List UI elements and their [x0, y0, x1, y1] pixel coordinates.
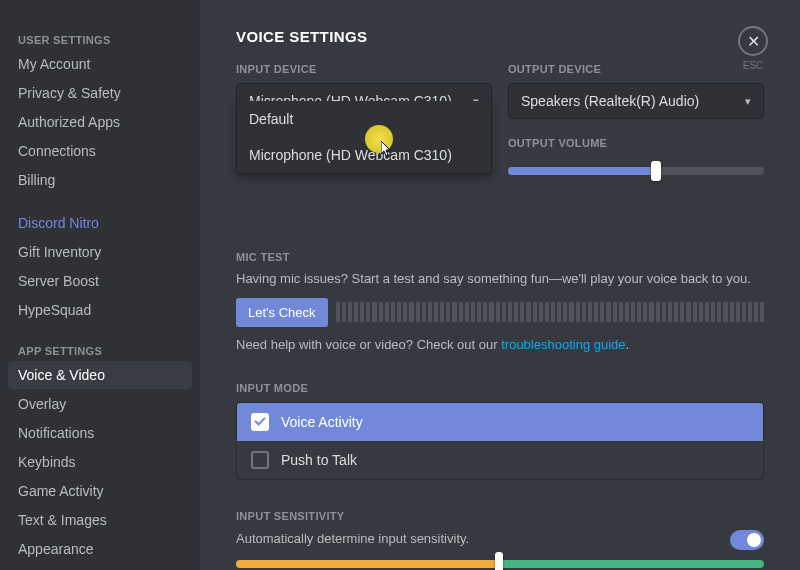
close-icon: ✕ — [747, 32, 760, 51]
sidebar-item-gift-inventory[interactable]: Gift Inventory — [8, 238, 192, 266]
lets-check-button[interactable]: Let's Check — [236, 298, 328, 327]
output-volume-label: OUTPUT VOLUME — [508, 137, 764, 149]
sidebar-item-voice-video[interactable]: Voice & Video — [8, 361, 192, 389]
sidebar-item-nitro[interactable]: Discord Nitro — [8, 209, 192, 237]
sidebar-item-billing[interactable]: Billing — [8, 166, 192, 194]
input-mode-push-to-talk[interactable]: Push to Talk — [237, 441, 763, 479]
sidebar-item-notifications[interactable]: Notifications — [8, 419, 192, 447]
input-mode-label: INPUT MODE — [236, 382, 764, 394]
sensitivity-slider[interactable] — [236, 560, 764, 568]
auto-sensitivity-text: Automatically determine input sensitivit… — [236, 531, 469, 548]
sidebar-item-appearance[interactable]: Appearance — [8, 535, 192, 563]
sidebar-item-server-boost[interactable]: Server Boost — [8, 267, 192, 295]
mic-meter — [336, 302, 764, 322]
input-sensitivity-label: INPUT SENSITIVITY — [236, 510, 764, 522]
sidebar-item-privacy[interactable]: Privacy & Safety — [8, 79, 192, 107]
main-content: ✕ ESC VOICE SETTINGS INPUT DEVICE Microp… — [200, 0, 800, 570]
auto-sensitivity-toggle[interactable] — [730, 530, 764, 550]
voice-settings-title: VOICE SETTINGS — [236, 28, 764, 45]
sidebar-heading-user: USER SETTINGS — [8, 28, 192, 50]
sidebar-item-authorized-apps[interactable]: Authorized Apps — [8, 108, 192, 136]
input-mode-voice-activity[interactable]: Voice Activity — [237, 403, 763, 441]
mic-test-desc: Having mic issues? Start a test and say … — [236, 271, 764, 288]
sidebar-item-connections[interactable]: Connections — [8, 137, 192, 165]
output-device-select[interactable]: Speakers (Realtek(R) Audio) ▾ — [508, 83, 764, 119]
dropdown-option-default[interactable]: Default — [237, 101, 491, 137]
sidebar-item-keybinds[interactable]: Keybinds — [8, 448, 192, 476]
sidebar-item-game-activity[interactable]: Game Activity — [8, 477, 192, 505]
troubleshooting-link[interactable]: troubleshooting guide — [501, 337, 625, 352]
output-volume-slider[interactable] — [508, 167, 764, 175]
input-device-label: INPUT DEVICE — [236, 63, 492, 75]
sidebar-item-hypesquad[interactable]: HypeSquad — [8, 296, 192, 324]
chevron-down-icon: ▾ — [745, 95, 751, 108]
sidebar-item-streamer-mode[interactable]: Streamer Mode — [8, 564, 192, 570]
mic-test-label: MIC TEST — [236, 251, 764, 263]
output-device-label: OUTPUT DEVICE — [508, 63, 764, 75]
sidebar: USER SETTINGS My Account Privacy & Safet… — [0, 0, 200, 570]
dropdown-option-mic[interactable]: Microphone (HD Webcam C310) — [237, 137, 491, 173]
sidebar-item-my-account[interactable]: My Account — [8, 50, 192, 78]
input-mode-group: Voice Activity Push to Talk — [236, 402, 764, 480]
output-device-value: Speakers (Realtek(R) Audio) — [521, 93, 699, 109]
sidebar-item-overlay[interactable]: Overlay — [8, 390, 192, 418]
sidebar-heading-app: APP SETTINGS — [8, 339, 192, 361]
input-device-dropdown: Default Microphone (HD Webcam C310) — [236, 101, 492, 174]
sidebar-item-text-images[interactable]: Text & Images — [8, 506, 192, 534]
close-button[interactable]: ✕ — [738, 26, 768, 56]
checkbox-checked-icon — [251, 413, 269, 431]
checkbox-unchecked-icon — [251, 451, 269, 469]
help-text: Need help with voice or video? Check out… — [236, 337, 764, 352]
